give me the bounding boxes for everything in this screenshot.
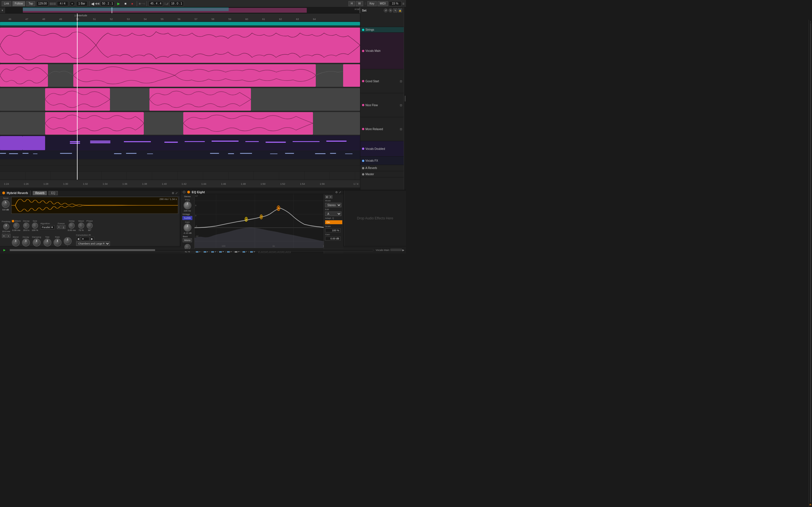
track-header-strings[interactable]: Strings <box>360 27 404 33</box>
good-start-clip3[interactable] <box>343 64 360 87</box>
mini-play-btn[interactable]: ▶ <box>2 247 7 252</box>
scroll-right-btn[interactable]: ▶ <box>402 249 404 251</box>
track-header-vocals-main[interactable]: Vocals Main <box>360 33 404 69</box>
stop-button[interactable]: ■ <box>123 1 128 6</box>
position-display[interactable]: 50 . 2 . 1 <box>100 1 115 6</box>
freeze-btn1[interactable]: ≡ <box>57 225 61 229</box>
edit-select[interactable]: A <box>325 212 342 216</box>
position3-display[interactable]: 18 . 0 . 1 <box>169 1 184 6</box>
reverb-power-dot[interactable] <box>2 191 5 194</box>
vocals-doubled-midi1[interactable] <box>0 136 22 150</box>
good-start-gap1[interactable] <box>48 64 73 87</box>
eq-active-dot[interactable] <box>187 191 190 193</box>
wave-knob[interactable] <box>78 223 84 229</box>
decay2-knob[interactable] <box>22 238 30 246</box>
ir-name-select[interactable]: Chambers and Large Rooms <box>76 241 110 246</box>
scale-value[interactable]: 100 % <box>325 228 341 232</box>
phase-knob[interactable] <box>87 223 93 229</box>
track-header-vocals-doubled[interactable]: Vocals Doubled <box>360 141 404 157</box>
follow-button[interactable]: Follow <box>12 1 25 6</box>
more-relaxed-clip1[interactable] <box>45 112 144 135</box>
predelay-knob[interactable] <box>3 223 9 230</box>
vintage-mode-btn[interactable]: Subtle <box>183 216 193 220</box>
track-header-a-reverb[interactable]: A Reverb <box>360 165 404 171</box>
convolution-mode-btn[interactable]: ● <box>81 237 89 241</box>
delay-knob[interactable] <box>68 223 75 229</box>
algorithm-select[interactable]: Parallel ▼ <box>40 225 55 229</box>
track-header-good-start[interactable]: Good Start ⊡ <box>360 69 404 93</box>
damping-knob[interactable] <box>33 238 41 246</box>
set-edit-btn[interactable]: ✎ <box>393 8 397 12</box>
drop-zone-panel[interactable]: Drop Audio Effects Here <box>344 190 406 246</box>
record-button[interactable]: ● <box>130 1 135 6</box>
eq-display[interactable]: 12 6 0 -6 -12 100 1k 10k <box>195 194 324 248</box>
nice-flow-dark2[interactable] <box>110 88 149 111</box>
key-button[interactable]: Key <box>367 1 377 6</box>
more-relaxed-dark1[interactable] <box>0 112 45 135</box>
vocals-main-clip[interactable] <box>0 27 360 63</box>
tap-button[interactable]: Tap <box>26 1 35 6</box>
rate2-knob[interactable] <box>64 237 71 245</box>
gain-knob[interactable] <box>184 224 192 231</box>
strings-clip-thin[interactable] <box>0 22 360 25</box>
position2-display[interactable]: 45 . 4 . 4 <box>149 1 163 6</box>
track-header-more-relaxed[interactable]: More Relaxed ⊡ <box>360 117 404 141</box>
size-knob[interactable] <box>32 223 38 229</box>
eq-icon2[interactable]: ≡ <box>329 195 333 199</box>
reverb-tab-eq[interactable]: EQ <box>49 191 57 195</box>
eq-icon1[interactable]: ⊞ <box>325 195 328 199</box>
bass-mode-btn[interactable]: Mono <box>183 238 192 242</box>
set-back-btn[interactable]: ↺ <box>384 8 388 12</box>
track-header-nice-flow[interactable]: Nice Flow ⊡ <box>360 93 404 117</box>
bpm-display[interactable]: 129.00 <box>36 1 49 6</box>
reverb-settings-icon[interactable]: ⚙ <box>172 191 174 194</box>
vocals-doubled-midi2[interactable] <box>22 136 45 150</box>
predelay-btn2[interactable]: s <box>6 234 10 238</box>
h-mini-btn[interactable]: H <box>355 8 357 11</box>
predelay-btn1[interactable]: m <box>2 234 6 238</box>
attack-knob[interactable] <box>13 223 19 229</box>
nice-flow-dark1[interactable] <box>0 88 45 111</box>
convolution-next-btn[interactable]: ▶ <box>90 237 94 241</box>
adapt-q-toggle[interactable]: On <box>325 220 342 224</box>
more-relaxed-clip2[interactable] <box>183 112 313 135</box>
hw-button[interactable]: H <box>349 1 355 6</box>
gain-value2[interactable]: 0.00 dB <box>325 237 341 240</box>
vocals-doubled-midi-area[interactable] <box>56 136 360 150</box>
freq-knob[interactable] <box>184 202 192 209</box>
w-button[interactable]: W <box>356 1 363 6</box>
midi-button[interactable]: MIDI <box>377 1 388 6</box>
interlude-marker[interactable]: ▷Interlude <box>75 14 87 17</box>
overview-strip[interactable]: ▼ H W <box>0 7 360 13</box>
eq-power-dot[interactable] <box>183 191 186 193</box>
overview-toggle[interactable]: ▼ <box>0 7 5 13</box>
track-master[interactable] <box>0 166 360 172</box>
eq-resize-icon[interactable]: ⤢ <box>339 191 341 194</box>
good-start-clip1[interactable] <box>0 64 48 87</box>
good-start-clip2[interactable] <box>73 64 316 87</box>
nice-flow-clip2[interactable] <box>149 88 251 111</box>
quantize-display[interactable]: 1 Bar <box>76 1 87 6</box>
rate-knob[interactable] <box>54 238 61 246</box>
track-a-reverb[interactable] <box>0 159 360 166</box>
decay-knob[interactable] <box>23 223 29 229</box>
set-fwd-btn[interactable]: ↻ <box>389 8 393 12</box>
eq-settings-icon[interactable]: ⚙ <box>335 191 338 194</box>
menu-icon[interactable]: ≡ <box>402 2 404 6</box>
mode-select[interactable]: Stereo <box>325 203 342 207</box>
vocals-fx-midi-area[interactable] <box>0 152 360 157</box>
scroll-area-bottom[interactable] <box>0 187 360 190</box>
track-header-master[interactable]: Master <box>360 171 404 177</box>
reverb-resize-icon[interactable]: ⤢ <box>175 191 177 194</box>
mini-progress-bar[interactable] <box>10 249 373 251</box>
w-mini-btn[interactable]: W <box>357 8 360 11</box>
blend-knob[interactable] <box>12 238 20 246</box>
timeline-ruler[interactable]: 46 47 48 49 50 51 52 53 54 55 56 57 58 5… <box>0 13 360 21</box>
reverb-waveform-display[interactable]: 290 ms / 1.34 s <box>11 197 178 214</box>
vertical-resize-handle[interactable] <box>404 7 406 190</box>
track-header-vocals-fx[interactable]: Vocals FX <box>360 157 404 165</box>
more-relaxed-dark2[interactable] <box>144 112 183 135</box>
set-lock-btn[interactable]: 🔒 <box>398 8 402 12</box>
play-button[interactable]: ▶ <box>116 1 121 6</box>
link-button[interactable]: Link <box>2 1 11 6</box>
